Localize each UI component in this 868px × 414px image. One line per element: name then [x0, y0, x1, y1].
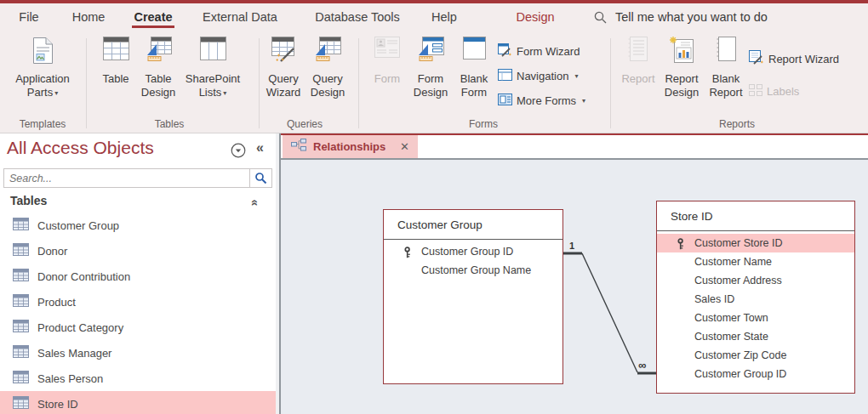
field-row[interactable]: Customer Town — [657, 309, 854, 327]
dropdown-caret-icon: ▾ — [582, 97, 585, 105]
table-box-title[interactable]: Store ID — [657, 201, 854, 231]
query-design-button[interactable]: Query Design — [303, 37, 352, 99]
field-row[interactable]: Customer Group ID — [657, 365, 854, 383]
menu-help[interactable]: Help — [427, 3, 461, 31]
dropdown-caret-icon: ▾ — [54, 89, 58, 97]
table-icon — [97, 37, 134, 69]
group-label-queries: Queries — [271, 118, 339, 130]
close-icon[interactable]: ✕ — [400, 140, 409, 153]
relationships-icon — [291, 139, 306, 155]
sidebar-item-customer-group[interactable]: Customer Group — [0, 213, 276, 238]
collapse-pane-icon[interactable]: « — [256, 140, 263, 156]
report-design-button[interactable]: Report Design — [658, 37, 705, 99]
field-row[interactable]: Sales ID — [657, 290, 854, 309]
report-icon — [616, 37, 660, 69]
blank-report-icon — [701, 37, 751, 69]
table-list-icon — [13, 371, 29, 386]
form-wizard-button[interactable]: Form Wizard — [498, 43, 580, 60]
button-label: Table Design — [141, 72, 175, 99]
navigation-pane: All Access Objects « Tables « Customer G… — [0, 133, 276, 414]
menu-file[interactable]: File — [12, 3, 46, 31]
button-label: Query Design — [311, 72, 345, 99]
field-row[interactable]: Customer State — [657, 327, 854, 346]
group-label-templates: Templates — [9, 118, 77, 130]
sidebar-item-donor[interactable]: Donor — [0, 238, 276, 264]
table-button[interactable]: Table — [97, 37, 134, 86]
report-wizard-button[interactable]: Report Wizard — [749, 51, 839, 67]
item-label: Product Category — [37, 321, 123, 334]
field-row[interactable]: Customer Group Name — [384, 261, 562, 280]
navigation-button[interactable]: Navigation ▾ — [498, 68, 578, 84]
group-label-forms: Forms — [449, 118, 517, 130]
table-box-customer-group[interactable]: Customer Group Customer Group ID Custome… — [383, 209, 563, 384]
field-row[interactable]: Customer Store ID — [657, 234, 854, 252]
more-forms-icon — [498, 94, 512, 108]
search-input[interactable] — [4, 169, 254, 187]
blank-report-button[interactable]: Blank Report — [701, 37, 751, 99]
search-box[interactable] — [3, 168, 272, 188]
sidebar-item-store-id[interactable]: Store ID — [0, 391, 276, 414]
button-label: Report Design — [665, 72, 699, 99]
sidebar-item-product-category[interactable]: Product Category — [0, 315, 276, 340]
section-collapse-icon[interactable]: « — [248, 200, 262, 206]
tab-label: Relationships — [313, 140, 385, 153]
button-label: SharePoint Lists — [186, 72, 240, 99]
field-row[interactable]: Customer Group ID — [384, 242, 562, 261]
field-row[interactable]: Customer Address — [657, 271, 854, 290]
menu-design-contextual[interactable]: Design — [512, 3, 558, 31]
field-row[interactable]: Customer Zip Code — [657, 346, 854, 365]
button-label: Form Wizard — [517, 45, 580, 58]
sidebar-item-sales-manager[interactable]: Sales Manager — [0, 340, 276, 366]
menu-database-tools[interactable]: Database Tools — [308, 3, 407, 31]
search-go-button[interactable] — [249, 169, 271, 187]
access-window: File Home Create External Data Database … — [0, 0, 868, 414]
tables-section-header[interactable]: Tables — [10, 194, 47, 207]
menu-create[interactable]: Create — [129, 3, 177, 31]
button-label: Form — [374, 72, 400, 85]
sharepoint-lists-icon — [181, 37, 244, 69]
query-wizard-button[interactable]: Query Wizard — [259, 37, 308, 99]
group-separator — [358, 38, 359, 128]
sharepoint-lists-button[interactable]: SharePoint Lists▾ — [181, 37, 244, 100]
report-button: Report — [616, 37, 660, 86]
sidebar-item-product[interactable]: Product — [0, 289, 276, 315]
button-label: Report Wizard — [768, 53, 839, 65]
pane-title: All Access Objects — [7, 138, 154, 158]
field-row[interactable]: Customer Name — [657, 252, 854, 271]
menu-external-data[interactable]: External Data — [196, 3, 284, 31]
group-separator — [86, 38, 87, 128]
sidebar-item-donor-contribution[interactable]: Donor Contribution — [0, 264, 276, 289]
button-label: Labels — [767, 85, 799, 98]
field-label: Customer State — [694, 331, 768, 343]
item-label: Product — [37, 296, 76, 309]
table-list-icon — [13, 294, 29, 309]
menu-home[interactable]: Home — [68, 3, 109, 31]
tell-me-box[interactable]: Tell me what you want to do — [615, 3, 768, 31]
search-icon — [593, 10, 608, 28]
button-label: Blank Report — [709, 72, 742, 99]
more-forms-button[interactable]: More Forms ▾ — [498, 93, 585, 109]
item-label: Sales Person — [37, 372, 103, 385]
group-label-tables: Tables — [135, 118, 203, 130]
item-label: Donor Contribution — [37, 270, 130, 283]
query-wizard-icon — [259, 37, 308, 69]
pane-menu-button[interactable] — [231, 143, 246, 158]
table-box-title[interactable]: Customer Group — [384, 210, 562, 240]
labels-icon — [749, 84, 762, 99]
table-box-store-id[interactable]: Store ID Customer Store ID Customer Name… — [656, 201, 855, 394]
tab-relationships[interactable]: Relationships ✕ — [283, 135, 418, 158]
application-parts-button[interactable]: Application Parts▾ — [7, 37, 78, 100]
button-label: Report — [621, 72, 654, 85]
table-list-icon — [13, 396, 29, 411]
sidebar-item-sales-person[interactable]: Sales Person — [0, 366, 276, 391]
blank-form-button[interactable]: Blank Form — [454, 37, 494, 99]
form-design-button[interactable]: Form Design — [407, 37, 454, 99]
field-label: Customer Town — [694, 312, 768, 324]
item-label: Donor — [37, 245, 67, 258]
dropdown-caret-icon: ▾ — [574, 72, 578, 80]
form-design-icon — [407, 37, 454, 69]
button-label: More Forms — [517, 94, 576, 107]
item-label: Sales Manager — [37, 347, 111, 360]
table-design-button[interactable]: Table Design — [133, 37, 184, 99]
button-label: Navigation — [517, 70, 568, 82]
